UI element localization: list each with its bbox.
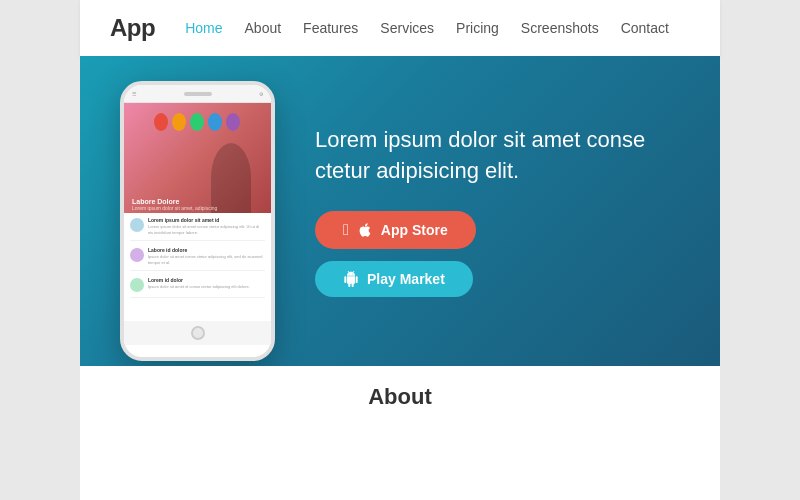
apple-icon:  [343, 221, 349, 239]
phone-top-bar: ☰ ⚙ [124, 85, 271, 103]
nav-logo: App [110, 14, 155, 42]
screen-overlay-sub: Lorem ipsum dolor sit amet, adipiscing [132, 205, 217, 211]
person-silhouette [211, 143, 251, 213]
feed-text-1: Lorem ipsum dolor sit amet id Lorem ipsu… [148, 217, 265, 235]
hero-section: ☰ ⚙ Labore Dolore Lo [80, 56, 720, 366]
nav-link-services[interactable]: Services [380, 20, 434, 36]
navbar: App Home About Features Services Pricing… [80, 0, 720, 56]
feed-text-3: Lorem id dolor Ipsum dolor sit amet et c… [148, 277, 265, 290]
page-wrapper: App Home About Features Services Pricing… [0, 0, 800, 500]
nav-item-screenshots[interactable]: Screenshots [521, 19, 599, 37]
nav-link-contact[interactable]: Contact [621, 20, 669, 36]
hero-heading: Lorem ipsum dolor sit amet conse ctetur … [315, 125, 680, 187]
balloon-green [190, 113, 204, 131]
feed-desc-3: Ipsum dolor sit amet et conse ctetur adi… [148, 284, 265, 290]
balloon-red [154, 113, 168, 131]
screen-overlay-title: Labore Dolore [132, 198, 179, 205]
phone-speaker [184, 92, 212, 96]
phone-screen-image: Labore Dolore Lorem ipsum dolor sit amet… [124, 103, 271, 213]
feed-desc-1: Lorem ipsum dolor sit amet conse ctetur … [148, 224, 265, 235]
nav-link-pricing[interactable]: Pricing [456, 20, 499, 36]
nav-link-home[interactable]: Home [185, 20, 222, 36]
nav-links: Home About Features Services Pricing Scr… [185, 19, 669, 37]
feed-item-3: Lorem id dolor Ipsum dolor sit amet et c… [130, 277, 265, 298]
phone-screen: Labore Dolore Lorem ipsum dolor sit amet… [124, 103, 271, 321]
nav-link-features[interactable]: Features [303, 20, 358, 36]
nav-item-pricing[interactable]: Pricing [456, 19, 499, 37]
playmarket-button[interactable]: Play Market [315, 261, 473, 297]
balloon-purple [226, 113, 240, 131]
nav-link-about[interactable]: About [245, 20, 282, 36]
hero-text-area: Lorem ipsum dolor sit amet conse ctetur … [315, 125, 680, 297]
feed-title-1: Lorem ipsum dolor sit amet id [148, 217, 265, 223]
appstore-label: App Store [381, 222, 448, 238]
feed-title-2: Labore id dolore [148, 247, 265, 253]
nav-link-screenshots[interactable]: Screenshots [521, 20, 599, 36]
about-section: About [80, 366, 720, 500]
feed-avatar-1 [130, 218, 144, 232]
android-logo-icon [343, 271, 359, 287]
feed-avatar-2 [130, 248, 144, 262]
phone-feed: Lorem ipsum dolor sit amet id Lorem ipsu… [124, 213, 271, 308]
nav-item-features[interactable]: Features [303, 19, 358, 37]
balloon-group [154, 113, 240, 131]
playmarket-label: Play Market [367, 271, 445, 287]
balloon-blue [208, 113, 222, 131]
feed-title-3: Lorem id dolor [148, 277, 265, 283]
phone-home-button [191, 326, 205, 340]
hero-buttons:  App Store Play Market [315, 211, 680, 297]
apple-logo-icon [357, 222, 373, 238]
feed-avatar-3 [130, 278, 144, 292]
feed-text-2: Labore id dolore Ipsum dolor sit amet co… [148, 247, 265, 265]
appstore-button[interactable]:  App Store [315, 211, 476, 249]
nav-item-home[interactable]: Home [185, 19, 222, 37]
balloon-orange [172, 113, 186, 131]
feed-item-2: Labore id dolore Ipsum dolor sit amet co… [130, 247, 265, 271]
nav-item-about[interactable]: About [245, 19, 282, 37]
feed-item: Lorem ipsum dolor sit amet id Lorem ipsu… [130, 217, 265, 241]
nav-item-services[interactable]: Services [380, 19, 434, 37]
feed-desc-2: Ipsum dolor sit amet conse ctetur adipis… [148, 254, 265, 265]
phone-mockup: ☰ ⚙ Labore Dolore Lo [120, 81, 275, 361]
about-title: About [368, 384, 432, 410]
nav-item-contact[interactable]: Contact [621, 19, 669, 37]
phone-bottom [124, 321, 271, 345]
